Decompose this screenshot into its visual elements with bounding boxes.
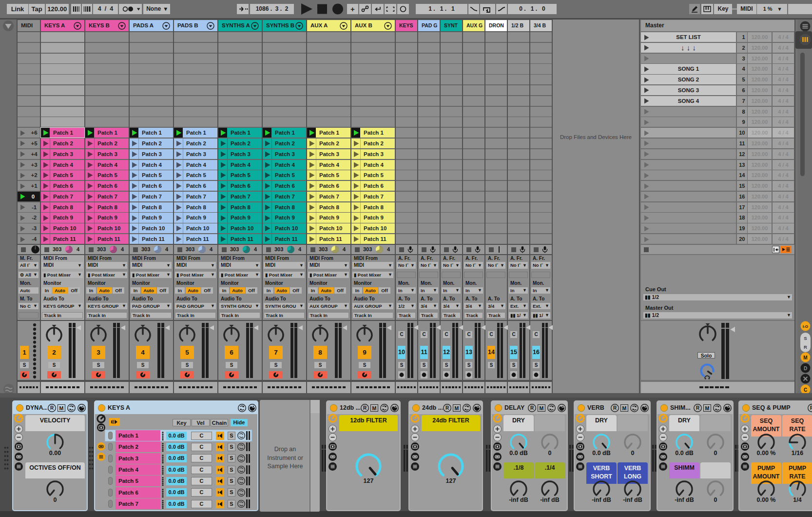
svg-text:R: R [810,405,812,411]
svg-text:C: C [804,387,807,393]
svg-text:R: R [530,405,534,411]
svg-text:I-O: I-O [803,324,808,329]
svg-text:R: R [696,405,699,411]
svg-text:R: R [804,344,807,350]
svg-text:R: R [363,405,367,411]
svg-text:M: M [803,355,807,360]
svg-text:R: R [613,405,617,411]
svg-text:S: S [804,336,807,341]
svg-text:R: R [445,405,449,411]
svg-text:D: D [804,366,807,371]
svg-text:R: R [50,405,54,411]
